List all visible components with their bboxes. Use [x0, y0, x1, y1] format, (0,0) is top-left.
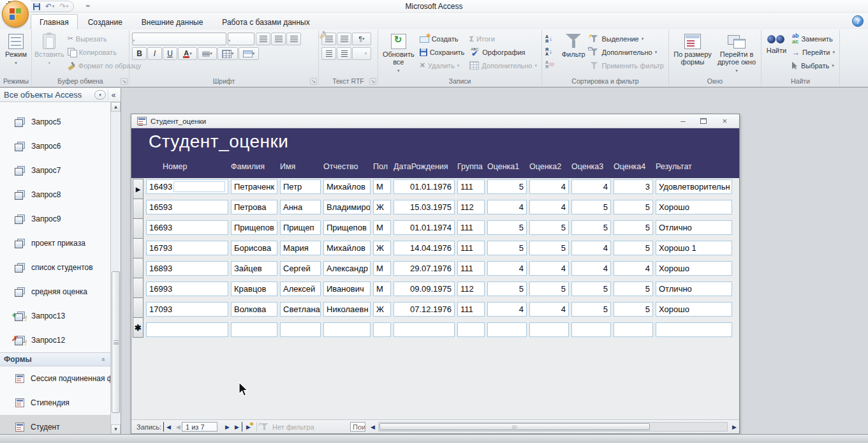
sidebar-item-проект приказа[interactable]: проект приказа	[0, 231, 110, 255]
field-Оценка3[interactable]: 4	[571, 241, 611, 255]
gridlines-button[interactable]: ▾	[217, 47, 238, 60]
field-ДатаРождения[interactable]: 29.07.1976	[394, 261, 455, 276]
new-record-button[interactable]: Создать	[418, 32, 467, 45]
bold-button[interactable]: B	[132, 47, 147, 60]
field-Оценка4[interactable]: 5	[614, 241, 653, 255]
rtf-dialog-launcher[interactable]: ↘	[369, 78, 376, 85]
delete-record-button[interactable]: ✕Удалить▾	[418, 59, 467, 72]
align-left-button[interactable]	[256, 33, 270, 45]
tab-Главная[interactable]: Главная	[31, 14, 78, 29]
field-Пол[interactable]	[373, 322, 391, 337]
field-Фамилия[interactable]: Петрова	[231, 200, 277, 214]
field-Имя[interactable]: Алексей	[280, 282, 321, 296]
field-Оценка2[interactable]: 4	[529, 200, 569, 214]
field-Оценка1[interactable]: 4	[487, 261, 527, 276]
field-Оценка3[interactable]	[571, 322, 611, 337]
field-Пол[interactable]: Ж	[373, 241, 391, 255]
view-button[interactable]: Режим ▾	[3, 32, 29, 67]
help-button[interactable]: ?	[852, 15, 864, 27]
field-Пол[interactable]: М	[373, 261, 391, 276]
field-Номер[interactable]: 16893	[146, 261, 228, 276]
align-center-button[interactable]	[271, 33, 286, 45]
field-Оценка3[interactable]: 5	[571, 220, 611, 235]
field-Оценка4[interactable]: 3	[614, 179, 653, 194]
last-record-button[interactable]: ▶	[233, 422, 242, 432]
field-ДатаРождения[interactable]: 01.01.1976	[394, 179, 455, 194]
form-title-bar[interactable]: Студент_оценки – ×	[131, 114, 739, 128]
field-Имя[interactable]: Сергей	[280, 261, 321, 276]
font-family-combobox[interactable]: ▾	[132, 33, 226, 45]
scrollbar-thumb[interactable]	[112, 271, 120, 413]
field-Оценка3[interactable]: 4	[571, 261, 611, 276]
field-Оценка1[interactable]: 5	[487, 282, 527, 296]
field-Оценка1[interactable]	[487, 322, 527, 337]
field-ДатаРождения[interactable]: 01.01.1974	[394, 220, 455, 235]
field-Оценка2[interactable]	[529, 322, 569, 337]
record-selector[interactable]	[133, 218, 143, 239]
field-ДатаРождения[interactable]: 07.12.1976	[394, 302, 455, 317]
fill-color-button[interactable]: ▾	[198, 47, 217, 60]
field-Оценка3[interactable]: 5	[571, 302, 611, 317]
field-ДатаРождения[interactable]: 14.04.1976	[394, 241, 455, 255]
horizontal-scrollbar[interactable]	[378, 422, 728, 432]
clear-sort-button[interactable]: АЯ	[545, 58, 559, 70]
field-Отчество[interactable]	[323, 322, 371, 337]
field-Номер[interactable]: 16593	[146, 200, 228, 214]
no-filter-icon[interactable]: ✗	[260, 423, 267, 429]
form-close-button[interactable]: ×	[722, 117, 727, 125]
field-Фамилия[interactable]: Прищепов	[231, 220, 277, 235]
record-selector[interactable]: ✱	[133, 317, 143, 338]
bullet-list-button[interactable]	[337, 47, 351, 60]
paste-button[interactable]: Вставить ▾	[34, 32, 64, 67]
toggle-filter-button[interactable]: Применить фильтр	[588, 59, 666, 72]
goto-button[interactable]: →Перейти▾	[790, 45, 837, 59]
field-Номер[interactable]: 16493	[146, 179, 228, 194]
hscroll-left-button[interactable]: ◀	[368, 422, 378, 432]
nav-section-header[interactable]: Формы»	[0, 352, 110, 366]
field-Отчество[interactable]: Михайлов	[323, 179, 371, 194]
new-blank-record-button[interactable]: ▶✱	[244, 422, 253, 432]
text-direction-button[interactable]: ¶▾	[352, 33, 371, 45]
field-Оценка4[interactable]: 5	[614, 220, 653, 235]
sidebar-item-Студент[interactable]: Студент	[0, 415, 110, 434]
scroll-up-button[interactable]: ▲	[111, 102, 121, 112]
sidebar-item-Запрос8[interactable]: Запрос8	[0, 183, 110, 207]
field-Оценка1[interactable]: 4	[487, 200, 527, 214]
increase-indent-button[interactable]	[337, 33, 351, 45]
size-to-fit-form-button[interactable]: По размеру формы	[672, 32, 714, 66]
field-Оценка1[interactable]: 5	[487, 179, 527, 194]
field-Отчество[interactable]: Владимиро	[323, 200, 371, 214]
field-Результат[interactable]: Хорошо	[656, 200, 732, 214]
record-selector[interactable]	[133, 238, 143, 259]
field-Фамилия[interactable]: Кравцов	[231, 282, 277, 296]
sidebar-item-Запрос9[interactable]: Запрос9	[0, 207, 110, 231]
sidebar-item-Запрос6[interactable]: Запрос6	[0, 134, 110, 158]
field-Оценка4[interactable]: 5	[614, 302, 653, 317]
tab-Внешние данные[interactable]: Внешние данные	[133, 14, 212, 29]
field-Оценка1[interactable]: 5	[487, 241, 527, 255]
field-Фамилия[interactable]: Волкова	[231, 302, 277, 317]
field-Оценка1[interactable]: 5	[487, 220, 527, 235]
navigation-pane-menu-button[interactable]: ▾	[94, 90, 106, 100]
totals-button[interactable]: ΣИтоги	[467, 32, 539, 45]
save-button[interactable]	[33, 3, 40, 10]
field-Результат[interactable]: Хорошо 1	[656, 241, 732, 255]
navigation-pane-header[interactable]: Все объекты Access ▾ «	[0, 88, 121, 102]
field-Имя[interactable]	[280, 322, 321, 337]
field-Группа[interactable]	[457, 322, 485, 337]
field-Имя[interactable]: Светлана	[280, 302, 321, 317]
record-selector[interactable]: ▶	[133, 179, 143, 199]
field-Отчество[interactable]: Николаевн	[323, 302, 371, 317]
field-Оценка3[interactable]: 4	[571, 179, 611, 194]
field-Группа[interactable]: 111	[457, 241, 485, 255]
field-Группа[interactable]: 112	[457, 200, 485, 214]
save-record-button[interactable]: Сохранить	[418, 45, 467, 59]
form-restore-button[interactable]	[700, 118, 707, 124]
record-selector[interactable]	[133, 297, 143, 318]
field-Группа[interactable]: 111	[457, 261, 485, 276]
switch-windows-button[interactable]: Перейти в другое окно ▾	[715, 32, 758, 75]
font-size-combobox[interactable]: ▾	[228, 33, 254, 45]
font-color-button[interactable]: A▾	[178, 47, 197, 60]
field-Пол[interactable]: Ж	[373, 200, 391, 214]
next-record-button[interactable]: ▶	[223, 422, 232, 432]
